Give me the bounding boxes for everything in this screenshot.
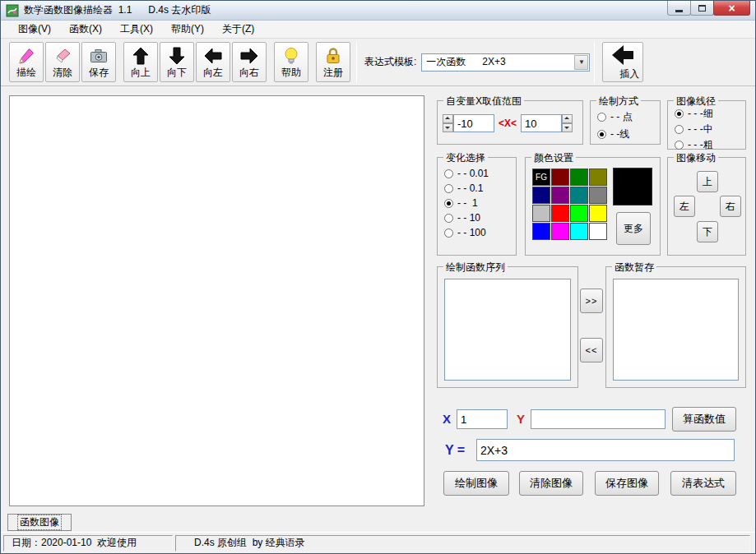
function-sequence-list[interactable] — [444, 279, 571, 381]
radio-draw-line[interactable]: - -线 — [597, 127, 660, 141]
arrow-up-icon — [131, 45, 151, 66]
color-swatch[interactable] — [570, 205, 588, 222]
color-swatch[interactable] — [589, 187, 607, 204]
radio-icon — [675, 109, 684, 118]
radio-icon — [444, 229, 453, 238]
move-down-button[interactable]: 向下 — [160, 42, 194, 82]
register-button[interactable]: 注册 — [316, 42, 350, 82]
plot-canvas — [9, 95, 424, 506]
clear-image-button[interactable]: 清除图像 — [519, 471, 583, 496]
close-button[interactable]: × — [713, 1, 750, 16]
spin-down-icon[interactable] — [562, 123, 573, 132]
color-swatch[interactable] — [570, 223, 588, 240]
radio-icon — [675, 141, 684, 150]
x-max-spinner[interactable] — [562, 114, 573, 132]
more-colors-button[interactable]: 更多 — [616, 212, 651, 245]
radio-width-medium[interactable]: - - -中 — [675, 122, 745, 136]
color-swatch-fg[interactable]: FG — [532, 169, 550, 186]
radio-step-100[interactable]: - - 100 — [444, 227, 516, 238]
calc-value-button[interactable]: 算函数值 — [672, 407, 736, 432]
color-settings-group: 颜色设置 FG 更多 — [525, 157, 661, 256]
radio-step-1[interactable]: - - 1 — [444, 197, 516, 209]
move-to-storage-button[interactable]: >> — [580, 289, 603, 313]
pan-left-button[interactable]: 左 — [674, 196, 695, 217]
color-swatch[interactable] — [551, 205, 569, 222]
color-swatch[interactable] — [570, 187, 588, 204]
toolbar-separator — [594, 42, 595, 83]
minimize-button[interactable] — [667, 1, 691, 16]
menu-item-tools[interactable]: 工具(X) — [111, 21, 162, 38]
menu-bar: 图像(V) 函数(X) 工具(X) 帮助(Y) 关于(Z) — [1, 21, 755, 39]
pan-right-button[interactable]: 右 — [720, 196, 741, 217]
clear-tool-button[interactable]: 清除 — [45, 42, 80, 82]
status-credit: D.4s 原创组 by 经典语录 — [175, 535, 750, 552]
move-to-sequence-button[interactable]: << — [580, 338, 603, 362]
line-width-group: 图像线径 - - -细 - - -中 - - -粗 — [667, 100, 746, 150]
move-left-button[interactable]: 向左 — [196, 42, 230, 82]
function-sequence-group: 绘制函数序列 — [437, 266, 578, 388]
spin-up-icon[interactable] — [443, 114, 453, 123]
menu-item-help[interactable]: 帮助(Y) — [162, 21, 213, 38]
app-icon — [6, 4, 19, 17]
menu-item-about[interactable]: 关于(Z) — [213, 21, 263, 38]
pan-down-button[interactable]: 下 — [697, 221, 718, 242]
color-swatch[interactable] — [532, 223, 550, 240]
color-swatch[interactable] — [570, 169, 588, 186]
color-settings-title: 颜色设置 — [531, 151, 576, 165]
color-swatch[interactable] — [551, 169, 569, 186]
function-storage-list[interactable] — [613, 279, 739, 381]
move-up-button[interactable]: 向上 — [123, 42, 158, 82]
minimize-icon — [675, 10, 683, 12]
draw-image-button[interactable]: 绘制图像 — [443, 471, 509, 496]
function-sequence-title: 绘制函数序列 — [443, 261, 508, 275]
radio-step-001[interactable]: - - 0.01 — [444, 168, 516, 179]
clear-expression-button[interactable]: 清表达式 — [670, 471, 736, 496]
color-swatch[interactable] — [551, 187, 569, 204]
maximize-button[interactable] — [690, 1, 714, 16]
radio-step-10[interactable]: - - 10 — [444, 212, 516, 224]
x-range-title: 自变量X取值范围 — [443, 95, 524, 108]
y-value-input[interactable] — [531, 409, 666, 429]
step-title: 变化选择 — [443, 151, 488, 165]
x-min-spinner[interactable] — [443, 114, 453, 132]
color-swatch[interactable] — [532, 205, 550, 222]
x-max-input[interactable] — [521, 114, 562, 132]
image-move-title: 图像移动 — [674, 151, 718, 165]
insert-template-button[interactable]: 插入 — [602, 42, 643, 82]
function-storage-group: 函数暂存 — [605, 266, 746, 388]
color-swatch[interactable] — [589, 205, 607, 222]
menu-item-function[interactable]: 函数(X) — [60, 21, 111, 38]
tab-function-image[interactable]: 函数图像 — [7, 514, 72, 531]
step-group: 变化选择 - - 0.01 - - 0.1 - - 1 - - 10 - - 1… — [437, 157, 517, 256]
spin-up-icon[interactable] — [562, 114, 573, 123]
help-button[interactable]: 帮助 — [274, 42, 308, 82]
x-value-label: X — [443, 412, 451, 426]
save-tool-button[interactable]: 保存 — [81, 42, 116, 82]
color-swatch[interactable] — [589, 223, 607, 240]
radio-draw-points[interactable]: - - 点 — [597, 110, 660, 124]
toolbar: 描绘 清除 保存 向上 向下 — [1, 39, 755, 86]
radio-step-01[interactable]: - - 0.1 — [444, 182, 516, 194]
color-swatch[interactable] — [589, 169, 607, 186]
radio-width-thin[interactable]: - - -细 — [675, 107, 745, 121]
radio-icon — [444, 214, 453, 223]
function-storage-title: 函数暂存 — [612, 261, 656, 275]
pan-up-button[interactable]: 上 — [697, 171, 718, 192]
chevron-down-icon[interactable]: ▼ — [574, 55, 588, 70]
expression-input[interactable] — [476, 439, 735, 461]
expression-template-select[interactable]: 一次函数 2X+3 ▼ — [421, 53, 590, 72]
eraser-icon — [53, 45, 72, 66]
x-value-input[interactable] — [457, 409, 508, 429]
save-image-button[interactable]: 保存图像 — [595, 471, 659, 496]
radio-width-thick[interactable]: - - -粗 — [675, 138, 745, 152]
move-right-button[interactable]: 向右 — [232, 42, 267, 82]
spin-down-icon[interactable] — [443, 123, 453, 132]
titlebar: 数学函数图像描绘器 1.1 D.4s 去水印版 × — [1, 1, 755, 21]
x-min-input[interactable] — [453, 114, 494, 132]
menu-item-image[interactable]: 图像(V) — [9, 21, 60, 38]
draw-tool-button[interactable]: 描绘 — [9, 42, 44, 82]
color-swatch[interactable] — [532, 187, 550, 204]
lock-icon — [323, 45, 343, 66]
color-swatch[interactable] — [551, 223, 569, 240]
app-window: 数学函数图像描绘器 1.1 D.4s 去水印版 × 图像(V) 函数(X) 工具… — [0, 0, 756, 554]
